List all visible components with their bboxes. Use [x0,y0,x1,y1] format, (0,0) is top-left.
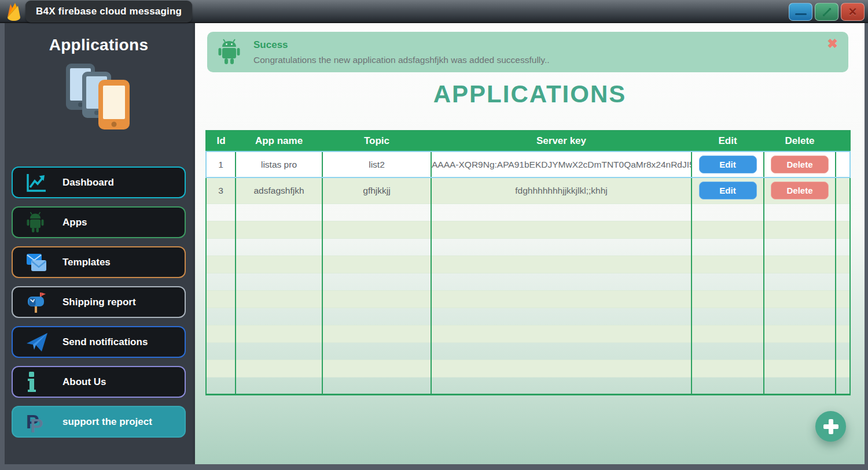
table-row[interactable]: 3 adsfagshfjkh gfhjkkjj fdghhhhhhhjjkkjl… [206,177,850,203]
sidebar-item-support-project[interactable]: P P support the project [12,406,186,438]
sidebar-item-label: support the project [62,416,152,428]
success-alert: Sucess Congratulations the new applicati… [207,32,848,72]
sidebar: Applications Dashboard [5,23,193,464]
empty-table-row [206,377,850,394]
cell-id: 3 [206,177,236,203]
paper-plane-icon [25,332,62,353]
sidebar-item-dashboard[interactable]: Dashboard [12,166,186,198]
cell-app-name: listas pro [236,151,322,177]
edit-button[interactable]: Edit [699,182,757,199]
android-icon [25,212,62,234]
empty-table-row [206,308,850,325]
alert-message: Congratulations the new application adsf… [253,55,550,65]
sidebar-item-templates[interactable]: Templates [12,246,186,278]
page-title: APPLICATIONS [195,80,865,108]
column-header-id: Id [206,131,236,151]
cell-server-key: fdghhhhhhhjjkkjlkl;;khhj [431,177,692,203]
column-header-app-name: App name [236,131,322,151]
column-header-spacer [836,131,850,151]
empty-table-row [206,325,850,342]
sidebar-item-apps[interactable]: Apps [12,206,186,238]
delete-button[interactable]: Delete [771,156,829,173]
alert-title: Sucess [253,39,550,51]
sidebar-item-label: Shipping report [62,297,136,308]
add-application-button[interactable] [815,411,846,442]
sidebar-item-label: Send notifications [62,336,148,348]
sidebar-item-shipping-report[interactable]: Shipping report [12,286,186,318]
close-button[interactable]: ✕ [841,3,865,21]
envelopes-icon [25,253,62,272]
info-icon [25,371,62,394]
empty-table-row [206,203,850,221]
sidebar-item-about-us[interactable]: About Us [12,366,186,398]
delete-button[interactable]: Delete [771,182,829,199]
empty-table-row [206,360,850,377]
sidebar-item-label: Apps [62,217,87,228]
cell-app-name: adsfagshfjkh [236,177,322,203]
window-controls: ✕ [789,3,865,21]
table-row[interactable]: 1 listas pro list2 AAAA-XQR9Ng:APA91bEKD… [206,151,850,177]
maximize-button[interactable] [815,3,838,21]
plus-icon [823,419,838,434]
table-header-row: Id App name Topic Server key Edit Delete [206,131,850,151]
firebase-flame-icon [5,2,23,21]
paypal-icon: P P [25,410,62,434]
main-content: Sucess Congratulations the new applicati… [193,23,865,464]
line-chart-icon [25,172,62,193]
empty-table-row [206,256,850,273]
empty-table-row [206,290,850,308]
column-header-server-key: Server key [431,131,692,151]
window-title: B4X firebase cloud messaging [25,1,192,23]
applications-phones-icon [65,62,133,136]
sidebar-item-send-notifications[interactable]: Send notifications [12,326,186,358]
cell-topic: gfhjkkjj [322,177,431,203]
alert-close-icon[interactable]: ✖ [827,38,838,50]
sidebar-item-label: Dashboard [62,177,114,188]
cell-spacer [836,177,850,203]
empty-table-row [206,238,850,256]
sidebar-item-label: Templates [62,257,111,268]
empty-table-row [206,273,850,290]
edit-button[interactable]: Edit [699,156,757,173]
close-icon: ✕ [848,6,858,17]
column-header-delete: Delete [764,131,836,151]
sidebar-nav: Dashboard Apps [5,166,193,438]
empty-table-row [206,342,850,360]
android-success-icon [218,39,241,65]
sidebar-title: Applications [5,23,193,54]
minimize-icon [795,13,807,15]
cell-server-key: AAAA-XQR9Ng:APA91bEKDJYMwX2cDmTNT0QaMr8x… [431,151,692,177]
cell-spacer [836,151,850,177]
column-header-edit: Edit [692,131,764,151]
sidebar-item-label: About Us [62,376,106,388]
cell-id: 1 [206,151,236,177]
minimize-button[interactable] [789,3,812,21]
svg-text:P: P [30,415,43,434]
cell-topic: list2 [322,151,431,177]
empty-table-row [206,221,850,238]
applications-table: Id App name Topic Server key Edit Delete… [205,130,851,395]
column-header-topic: Topic [322,131,431,151]
resize-icon [821,6,833,18]
titlebar: B4X firebase cloud messaging ✕ [0,0,868,23]
mailbox-icon [25,291,62,313]
